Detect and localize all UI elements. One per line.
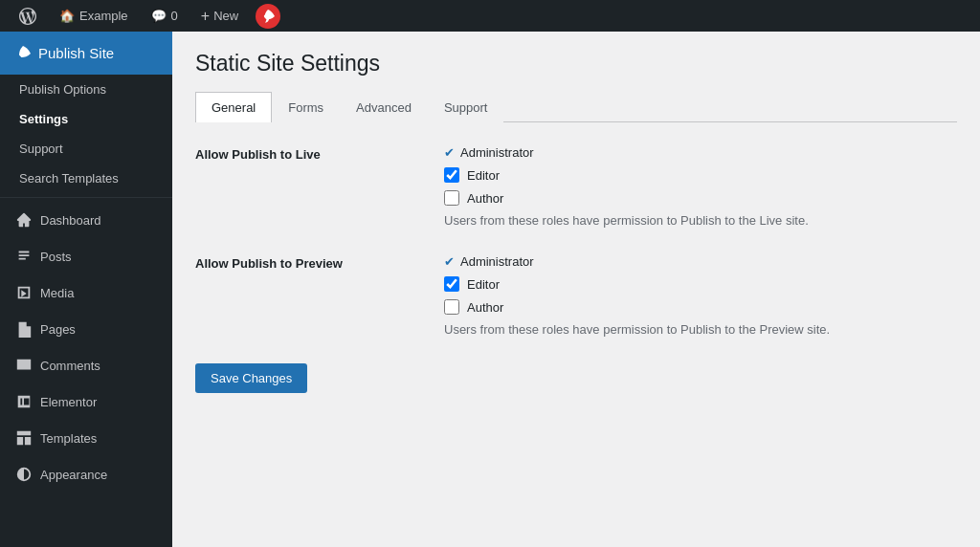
role-editor-live: Editor [444, 167, 957, 183]
plus-icon: + [201, 8, 210, 25]
role-admin-live: ✔ Administrator [444, 145, 957, 160]
section-content-live: ✔ Administrator Editor Author Users from… [444, 145, 957, 228]
section-allow-publish-preview: Allow Publish to Preview ✔ Administrator… [195, 254, 957, 337]
role-editor-preview: Editor [444, 276, 957, 292]
templates-label: Templates [40, 431, 97, 446]
wp-logo-button[interactable] [10, 0, 46, 32]
support-label: Support [19, 142, 63, 156]
sidebar-item-posts[interactable]: Posts [0, 238, 172, 274]
live-note: Users from these roles have permission t… [444, 213, 957, 228]
save-changes-button[interactable]: Save Changes [195, 363, 307, 393]
posts-label: Posts [40, 250, 72, 264]
editor-preview-label: Editor [467, 277, 500, 292]
content-area: Static Site Settings General Forms Advan… [172, 32, 980, 547]
sidebar-item-media[interactable]: Media [0, 274, 172, 311]
role-author-live: Author [444, 190, 957, 206]
section-allow-publish-live: Allow Publish to Live ✔ Administrator Ed… [195, 145, 957, 228]
site-name-label: Example [79, 9, 128, 23]
tabs-container: General Forms Advanced Support [195, 92, 957, 122]
author-live-label: Author [467, 191, 503, 206]
tab-support[interactable]: Support [428, 92, 504, 122]
sidebar-item-settings[interactable]: Settings [0, 104, 172, 134]
home-icon: 🏠 [59, 9, 75, 23]
checkmark-icon-admin-live: ✔ [444, 145, 455, 160]
sidebar-item-pages[interactable]: Pages [0, 311, 172, 347]
editor-preview-checkbox[interactable] [444, 276, 459, 292]
section-label-live: Allow Publish to Live [195, 145, 444, 162]
sidebar-item-dashboard[interactable]: Dashboard [0, 202, 172, 238]
author-preview-checkbox[interactable] [444, 299, 459, 315]
sidebar-divider [0, 197, 172, 198]
sidebar-item-search-templates[interactable]: Search Templates [0, 164, 172, 193]
media-label: Media [40, 286, 74, 300]
publish-options-label: Publish Options [19, 82, 106, 97]
sidebar-item-publish-site[interactable]: Publish Site [0, 32, 172, 75]
rocket-button[interactable] [256, 4, 280, 29]
tab-forms[interactable]: Forms [272, 92, 340, 122]
pages-label: Pages [40, 322, 76, 337]
search-templates-label: Search Templates [19, 171, 119, 186]
sidebar-item-elementor[interactable]: Elementor [0, 383, 172, 420]
comments-icon: 💬 [151, 9, 167, 23]
site-name-button[interactable]: 🏠 Example [50, 0, 138, 32]
editor-live-checkbox[interactable] [444, 167, 459, 183]
main-layout: Publish Site Publish Options Settings Su… [0, 32, 980, 547]
section-label-preview: Allow Publish to Preview [195, 254, 444, 271]
tab-general[interactable]: General [195, 92, 272, 122]
sidebar-item-publish-options[interactable]: Publish Options [0, 75, 172, 104]
preview-note: Users from these roles have permission t… [444, 322, 957, 337]
admin-bar: 🏠 Example 💬 0 + New [0, 0, 980, 32]
sidebar-item-support[interactable]: Support [0, 134, 172, 164]
sidebar-item-appearance[interactable]: Appearance [0, 456, 172, 492]
comments-count: 0 [171, 9, 178, 23]
elementor-label: Elementor [40, 395, 97, 409]
role-admin-preview: ✔ Administrator [444, 254, 957, 269]
settings-label: Settings [19, 112, 68, 126]
comments-nav-label: Comments [40, 359, 100, 373]
page-title: Static Site Settings [195, 51, 957, 77]
appearance-label: Appearance [40, 468, 107, 482]
new-button[interactable]: + New [191, 0, 248, 32]
sidebar-item-comments[interactable]: Comments [0, 347, 172, 383]
section-content-preview: ✔ Administrator Editor Author Users from… [444, 254, 957, 337]
sidebar-item-templates[interactable]: Templates [0, 420, 172, 456]
new-label: New [213, 9, 238, 23]
admin-preview-label: Administrator [460, 254, 534, 269]
admin-live-label: Administrator [460, 145, 534, 160]
editor-live-label: Editor [467, 168, 500, 183]
comments-button[interactable]: 💬 0 [142, 0, 188, 32]
author-live-checkbox[interactable] [444, 190, 459, 206]
dashboard-label: Dashboard [40, 213, 101, 228]
checkmark-icon-admin-preview: ✔ [444, 254, 455, 269]
sidebar: Publish Site Publish Options Settings Su… [0, 32, 172, 547]
tab-advanced[interactable]: Advanced [340, 92, 428, 122]
author-preview-label: Author [467, 300, 503, 315]
role-author-preview: Author [444, 299, 957, 315]
publish-site-label: Publish Site [38, 45, 114, 61]
